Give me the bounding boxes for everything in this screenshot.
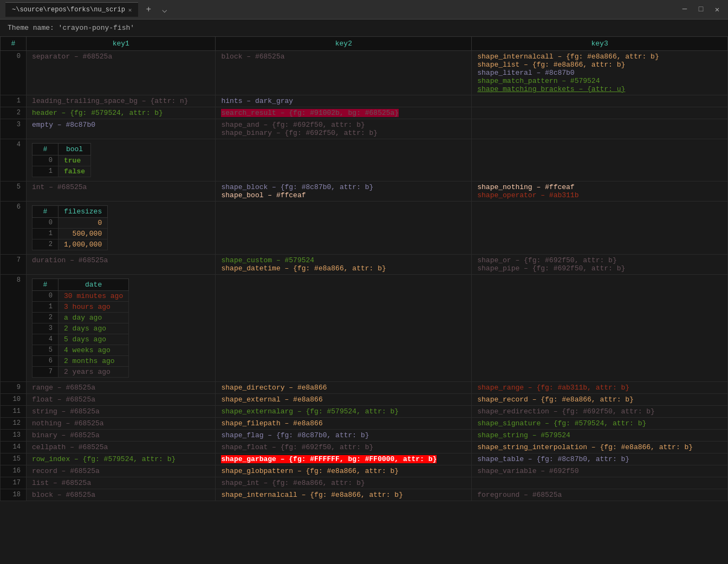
cell-key1: list – #68525a xyxy=(27,477,216,489)
bool-val-true: true xyxy=(58,155,91,166)
row-num: 12 xyxy=(1,418,27,430)
cell-key1: string – #68525a xyxy=(27,406,216,418)
tab-label: ~\source\repos\forks\nu_scrip xyxy=(12,6,125,14)
date-row-1: 1 3 hours ago xyxy=(32,302,129,313)
table-row: 15 row_index – {fg: #579524, attr: b} sh… xyxy=(1,453,728,465)
cell-key3: shape_string – #579524 xyxy=(472,430,728,442)
row-num: 7 xyxy=(1,255,27,275)
cell-key2-garbage: shape_garbage – {fg: #FFFFFF, bg: #FF000… xyxy=(216,453,472,465)
cell-key1-bool: # bool 0 true 1 false xyxy=(27,139,216,181)
table-row: 17 list – #68525a shape_int – {fg: #e8a8… xyxy=(1,477,728,489)
cell-key3: shape_nothing – #ffceaf shape_operator –… xyxy=(472,181,728,202)
row-num: 13 xyxy=(1,430,27,442)
maximize-button[interactable]: □ xyxy=(696,5,706,14)
table-row: 16 record – #68525a shape_globpattern – … xyxy=(1,465,728,477)
fs-row-1: 1 500,000 xyxy=(32,229,108,239)
cell-key3: shape_table – {fg: #8c87b0, attr: b} xyxy=(472,453,728,465)
cell-key2 xyxy=(216,275,472,382)
cell-key2: block – #68525a xyxy=(216,51,472,95)
cell-key3: foreground – #68525a xyxy=(472,489,728,501)
table-row: 5 int – #68525a shape_block – {fg: #8c87… xyxy=(1,181,728,202)
cell-key3: shape_variable – #692f50 xyxy=(472,465,728,477)
date-row-7: 7 2 years ago xyxy=(32,367,129,378)
theme-info: Theme name: 'crayon-pony-fish' xyxy=(0,20,728,36)
bool-row-0: 0 true xyxy=(32,155,91,166)
fs-row-num: 2 xyxy=(32,239,58,250)
col-header-num: # xyxy=(1,37,27,51)
date-row-2: 2 a day ago xyxy=(32,313,129,323)
date-row-num: 4 xyxy=(32,334,58,345)
cell-key2: shape_int – {fg: #e8a866, attr: b} xyxy=(216,477,472,489)
tab[interactable]: ~\source\repos\forks\nu_scrip ✕ xyxy=(5,2,138,17)
date-row-3: 3 2 days ago xyxy=(32,323,129,334)
fs-val-0: 0 xyxy=(58,218,108,229)
fs-col-hash: # xyxy=(32,206,58,218)
date-row-num: 7 xyxy=(32,367,58,378)
table-row: 7 duration – #68525a shape_custom – #579… xyxy=(1,255,728,275)
window-controls: ─ □ ✕ xyxy=(679,5,723,14)
cell-key3: shape_record – {fg: #e8a866, attr: b} xyxy=(472,394,728,406)
row-num: 18 xyxy=(1,489,27,501)
main-table: # key1 key2 key3 0 separator – #68525a b… xyxy=(0,36,728,501)
close-button[interactable]: ✕ xyxy=(712,5,723,14)
row-num: 4 xyxy=(1,139,27,181)
row-num: 8 xyxy=(1,275,27,382)
cell-key3 xyxy=(472,477,728,489)
cell-key2: search_result – {fg: #91002b, bg: #68525… xyxy=(216,107,472,119)
row-num: 6 xyxy=(1,202,27,255)
cell-key3: shape_redirection – {fg: #692f50, attr: … xyxy=(472,406,728,418)
cell-key3 xyxy=(472,95,728,107)
cell-key3: shape_internalcall – {fg: #e8a866, attr:… xyxy=(472,51,728,95)
tab-close-icon[interactable]: ✕ xyxy=(128,7,132,14)
cell-key1-date: # date 0 30 minutes ago 1 3 hours ago xyxy=(27,275,216,382)
table-row: 13 binary – #68525a shape_flag – {fg: #8… xyxy=(1,430,728,442)
bool-col-bool: bool xyxy=(58,144,91,155)
table-row: 1 leading_trailing_space_bg – {attr: n} … xyxy=(1,95,728,107)
bool-row-num: 1 xyxy=(32,166,58,177)
table-row: 8 # date 0 30 minutes ago xyxy=(1,275,728,382)
fs-val-1m: 1,000,000 xyxy=(58,239,108,250)
fs-col-filesizes: filesizes xyxy=(58,206,108,218)
cell-key2: shape_externalarg – {fg: #579524, attr: … xyxy=(216,406,472,418)
fs-val-500k: 500,000 xyxy=(58,229,108,239)
cell-key1: nothing – #68525a xyxy=(27,418,216,430)
date-row-6: 6 2 months ago xyxy=(32,356,129,367)
cell-key1: header – {fg: #579524, attr: b} xyxy=(27,107,216,119)
table-row: 14 cellpath – #68525a shape_float – {fg:… xyxy=(1,442,728,453)
cell-key3 xyxy=(472,275,728,382)
table-row: 10 float – #68525a shape_external – #e8a… xyxy=(1,394,728,406)
cell-key3 xyxy=(472,119,728,139)
minimize-button[interactable]: ─ xyxy=(679,5,690,14)
cell-key3: shape_signature – {fg: #579524, attr: b} xyxy=(472,418,728,430)
cell-key3 xyxy=(472,139,728,181)
cell-key3 xyxy=(472,107,728,119)
date-row-num: 6 xyxy=(32,356,58,367)
date-row-num: 0 xyxy=(32,291,58,302)
cell-key3: shape_range – {fg: #ab311b, attr: b} xyxy=(472,382,728,394)
row-num: 11 xyxy=(1,406,27,418)
table-row: 6 # filesizes 0 0 xyxy=(1,202,728,255)
table-row: 0 separator – #68525a block – #68525a sh… xyxy=(1,51,728,95)
cell-key1: cellpath – #68525a xyxy=(27,442,216,453)
cell-key2: shape_external – #e8a866 xyxy=(216,394,472,406)
new-tab-icon[interactable]: + xyxy=(142,5,154,15)
fs-row-num: 1 xyxy=(32,229,58,239)
filesizes-table: # filesizes 0 0 1 500,000 xyxy=(32,205,108,250)
bool-col-hash: # xyxy=(32,144,58,155)
row-num: 15 xyxy=(1,453,27,465)
cell-key1: range – #68525a xyxy=(27,382,216,394)
date-val-4: 5 days ago xyxy=(58,334,129,345)
date-col-hash: # xyxy=(32,279,58,291)
cell-key2: shape_block – {fg: #8c87b0, attr: b} sha… xyxy=(216,181,472,202)
fs-row-2: 2 1,000,000 xyxy=(32,239,108,250)
date-row-5: 5 4 weeks ago xyxy=(32,345,129,356)
cell-key1: duration – #68525a xyxy=(27,255,216,275)
date-val-0: 30 minutes ago xyxy=(58,291,129,302)
cell-key2 xyxy=(216,202,472,255)
fs-row-0: 0 0 xyxy=(32,218,108,229)
split-icon[interactable]: ⌵ xyxy=(159,4,171,15)
table-row: 12 nothing – #68525a shape_filepath – #e… xyxy=(1,418,728,430)
date-row-num: 5 xyxy=(32,345,58,356)
row-num: 17 xyxy=(1,477,27,489)
col-header-key3: key3 xyxy=(472,37,728,51)
